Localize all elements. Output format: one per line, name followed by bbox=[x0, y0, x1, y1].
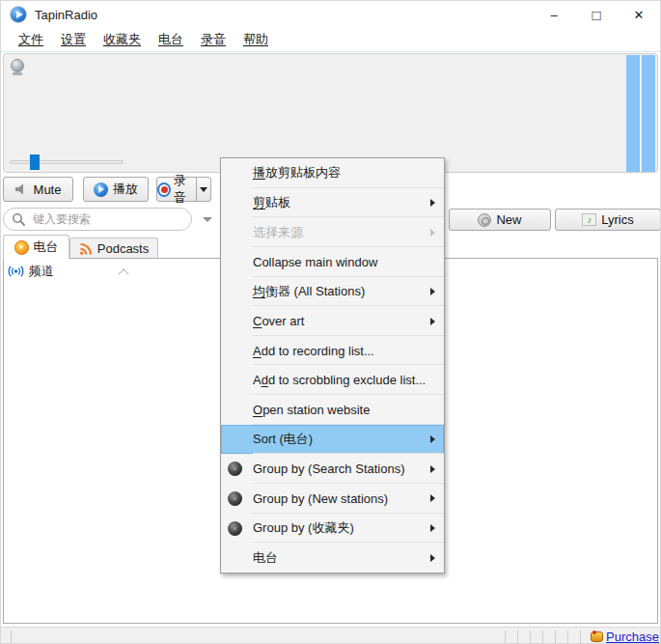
menu-item-cover-art[interactable]: Cover art bbox=[221, 306, 444, 336]
dark-orb-icon bbox=[228, 521, 242, 536]
chevron-down-icon bbox=[203, 217, 212, 222]
menu-item-select-source: 选择来源 bbox=[221, 217, 444, 247]
status-bar: Purchase bbox=[1, 627, 661, 644]
window-title: TapinRadio bbox=[35, 8, 97, 22]
search-input[interactable] bbox=[3, 208, 192, 231]
vu-meter-bar-left bbox=[626, 55, 640, 172]
record-split-button: 录音 bbox=[156, 177, 211, 202]
mute-button[interactable]: Mute bbox=[3, 177, 73, 202]
tree-item-channels-label: 频道 bbox=[29, 263, 54, 280]
statusbar-separator bbox=[505, 630, 506, 643]
minimize-button[interactable]: – bbox=[533, 1, 575, 28]
statusbar-separator bbox=[555, 630, 556, 643]
menu-item-clipboard[interactable]: 剪贴板 bbox=[221, 188, 444, 218]
radio-icon bbox=[478, 213, 491, 227]
context-menu: 播放剪贴板内容 剪贴板 选择来源 Collapse main window 均衡… bbox=[220, 157, 445, 574]
music-note-icon bbox=[582, 213, 596, 226]
volume-slider-thumb[interactable] bbox=[30, 154, 40, 170]
submenu-arrow-icon bbox=[430, 524, 435, 532]
menu-item-collapse-main-window[interactable]: Collapse main window bbox=[221, 247, 444, 277]
submenu-arrow-icon bbox=[430, 494, 435, 502]
volume-slider-track[interactable] bbox=[10, 160, 124, 164]
submenu-arrow-icon bbox=[430, 199, 435, 207]
menu-settings[interactable]: 设置 bbox=[52, 29, 95, 50]
rss-icon bbox=[79, 242, 93, 256]
lyrics-button-label: Lyrics bbox=[601, 212, 633, 227]
menu-item-sort[interactable]: Sort (电台) bbox=[221, 425, 444, 455]
play-button[interactable]: 播放 bbox=[83, 177, 149, 202]
menu-item-group-by-search-stations[interactable]: Group by (Search Stations) bbox=[221, 454, 444, 484]
speaker-icon bbox=[15, 183, 29, 195]
chevron-up-icon[interactable] bbox=[118, 268, 128, 279]
title-bar: TapinRadio – □ ✕ bbox=[1, 1, 660, 28]
tapinradio-window: { "window": { "title": "TapinRadio", "mi… bbox=[0, 0, 661, 644]
app-logo-icon bbox=[10, 6, 27, 23]
submenu-arrow-icon bbox=[430, 554, 435, 562]
lyrics-button[interactable]: Lyrics bbox=[555, 209, 661, 231]
statusbar-separator bbox=[11, 630, 12, 643]
volume-slider[interactable] bbox=[10, 154, 124, 170]
record-dropdown-button[interactable] bbox=[196, 178, 210, 201]
submenu-arrow-icon bbox=[430, 435, 435, 443]
tree-item-channels[interactable]: 频道 bbox=[8, 263, 54, 280]
submenu-arrow-icon bbox=[430, 229, 435, 237]
dark-orb-icon bbox=[228, 491, 242, 506]
record-dot-icon bbox=[157, 182, 171, 197]
menu-stations[interactable]: 电台 bbox=[150, 29, 192, 50]
menu-item-add-to-recording-list[interactable]: Add to recording list... bbox=[221, 336, 444, 366]
play-button-label: 播放 bbox=[113, 181, 138, 198]
magnifier-icon bbox=[12, 212, 26, 227]
mute-button-label: Mute bbox=[34, 182, 62, 197]
menu-recording[interactable]: 录音 bbox=[192, 29, 234, 50]
tab-stations[interactable]: 电台 bbox=[3, 235, 69, 259]
webcam-orb-icon bbox=[11, 59, 24, 72]
statusbar-separator bbox=[517, 630, 518, 643]
chevron-down-icon bbox=[200, 187, 207, 192]
close-button[interactable]: ✕ bbox=[618, 1, 660, 28]
menu-item-stations[interactable]: 电台 bbox=[221, 543, 444, 573]
menu-item-equalizer[interactable]: 均衡器 (All Stations) bbox=[221, 277, 444, 307]
star-badge-icon bbox=[14, 240, 29, 255]
tab-stations-label: 电台 bbox=[34, 238, 59, 256]
menu-bar: 文件 设置 收藏夹 电台 录音 帮助 bbox=[1, 28, 660, 52]
menu-file[interactable]: 文件 bbox=[10, 29, 52, 50]
purchase-link[interactable]: Purchase bbox=[606, 630, 659, 644]
tab-podcasts-label: Podcasts bbox=[97, 241, 149, 256]
maximize-button[interactable]: □ bbox=[575, 1, 618, 28]
menu-item-group-by-favorites[interactable]: Group by (收藏夹) bbox=[221, 514, 444, 544]
menu-help[interactable]: 帮助 bbox=[234, 29, 277, 50]
play-circle-icon bbox=[94, 182, 108, 197]
broadcast-icon bbox=[8, 265, 24, 278]
menu-item-open-station-website[interactable]: Open station website bbox=[221, 395, 444, 425]
tab-podcasts[interactable]: Podcasts bbox=[69, 238, 158, 259]
statusbar-separator bbox=[567, 630, 568, 643]
menu-favorites[interactable]: 收藏夹 bbox=[95, 29, 150, 50]
new-button-label: New bbox=[496, 212, 521, 227]
statusbar-separator bbox=[530, 630, 531, 643]
buy-icon bbox=[591, 631, 603, 642]
submenu-arrow-icon bbox=[430, 288, 435, 295]
menu-item-add-to-scrobbling-exclude-list[interactable]: Add to scrobbling exclude list... bbox=[221, 365, 444, 395]
submenu-arrow-icon bbox=[430, 318, 435, 325]
player-panel bbox=[3, 53, 658, 173]
statusbar-separator bbox=[580, 630, 581, 643]
vu-meter-bar-right bbox=[642, 55, 655, 172]
statusbar-separator bbox=[542, 630, 543, 643]
statusbar-right: Purchase bbox=[499, 628, 659, 644]
new-station-button[interactable]: New bbox=[449, 209, 551, 231]
record-button[interactable]: 录音 bbox=[157, 178, 196, 201]
search-dropdown-button[interactable] bbox=[199, 211, 216, 227]
window-controls: – □ ✕ bbox=[533, 1, 660, 28]
record-button-label: 录音 bbox=[174, 172, 196, 207]
menu-item-play-clipboard-content[interactable]: 播放剪贴板内容 bbox=[221, 158, 444, 188]
dark-orb-icon bbox=[228, 462, 242, 476]
search-box bbox=[3, 208, 192, 231]
menu-item-group-by-new-stations[interactable]: Group by (New stations) bbox=[221, 484, 444, 514]
submenu-arrow-icon bbox=[430, 465, 435, 473]
